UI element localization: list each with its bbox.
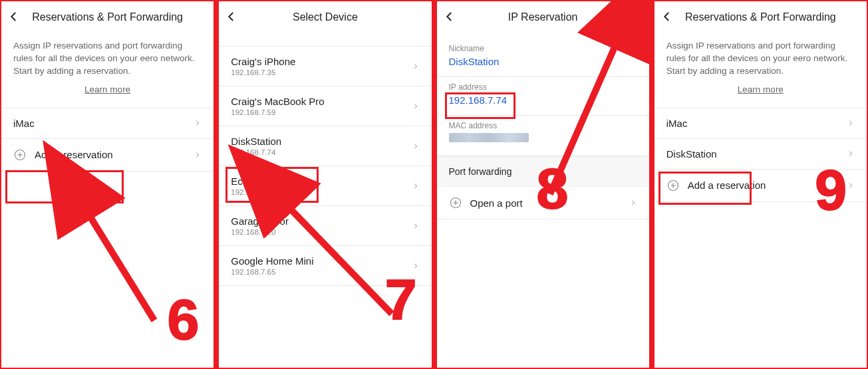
panel-step-8: IP Reservation Save Nickname DiskStation… xyxy=(437,1,649,368)
back-button[interactable] xyxy=(8,11,23,25)
plus-circle-icon xyxy=(449,196,462,209)
row-label: iMac xyxy=(666,118,847,129)
plus-circle-icon xyxy=(666,179,680,192)
chevron-right-icon xyxy=(847,182,855,189)
page-title: Reservations & Port Forwarding xyxy=(662,11,859,23)
field-value-redacted xyxy=(449,133,529,142)
device-row[interactable]: Craig's MacBook Pro 192.168.7.59 xyxy=(219,86,431,126)
row-sub: 192.168.7.59 xyxy=(231,108,411,116)
open-port-row[interactable]: Open a port xyxy=(437,187,649,219)
field-value: DiskStation xyxy=(449,56,637,67)
learn-more-link[interactable]: Learn more xyxy=(654,84,867,94)
chevron-right-icon xyxy=(412,182,420,190)
field-label: IP address xyxy=(449,82,637,92)
device-row-imac[interactable]: iMac xyxy=(654,108,867,139)
page-title: Select Device xyxy=(227,11,423,23)
chevron-right-icon xyxy=(847,150,855,158)
chevron-right-icon xyxy=(847,119,855,127)
chevron-right-icon xyxy=(629,199,637,207)
device-row[interactable]: Ecobee3 192.168.7.34 xyxy=(219,166,431,206)
list-top-spacer xyxy=(219,33,431,47)
page-title: IP Reservation xyxy=(445,11,641,23)
row-label: iMac xyxy=(13,118,194,129)
field-value: 192.168.7.74 xyxy=(449,94,637,106)
row-sub: 192.168.7.74 xyxy=(231,148,411,156)
header: Reservations & Port Forwarding xyxy=(654,1,867,33)
chevron-left-icon xyxy=(444,11,456,23)
chevron-right-icon xyxy=(412,62,420,70)
back-button[interactable] xyxy=(444,11,458,25)
row-label: Open a port xyxy=(470,197,629,209)
helper-text: Assign IP reservations and port forwardi… xyxy=(654,33,867,82)
learn-more-link[interactable]: Learn more xyxy=(1,84,214,94)
helper-text: Assign IP reservations and port forwardi… xyxy=(1,33,214,82)
device-row[interactable]: Garage Door 192.168.7.20 xyxy=(219,206,431,246)
page-title: Reservations & Port Forwarding xyxy=(9,11,206,23)
row-label: Google Home Mini xyxy=(231,255,411,267)
chevron-left-icon xyxy=(225,11,237,23)
panel-step-7: Select Device Craig's iPhone 192.168.7.3… xyxy=(219,1,431,368)
row-label: DiskStation xyxy=(231,136,411,147)
chevron-right-icon xyxy=(194,151,202,159)
chevron-left-icon xyxy=(661,11,673,23)
row-sub: 192.168.7.65 xyxy=(231,268,411,276)
panel-step-9: Reservations & Port Forwarding Assign IP… xyxy=(654,1,867,368)
chevron-left-icon xyxy=(8,11,20,23)
port-forwarding-header: Port forwarding xyxy=(437,156,649,187)
ip-address-field[interactable]: IP address 192.168.7.74 xyxy=(437,77,649,116)
row-label: Add a reservation xyxy=(35,149,194,160)
mac-address-field: MAC address xyxy=(437,116,649,156)
annotation-arrow xyxy=(61,194,181,336)
chevron-right-icon xyxy=(412,222,420,230)
nickname-field[interactable]: Nickname DiskStation xyxy=(437,39,649,77)
device-row[interactable]: Google Home Mini 192.168.7.65 xyxy=(219,246,431,286)
device-row-diskstation[interactable]: DiskStation 192.168.7.74 xyxy=(219,126,431,166)
device-row-diskstation[interactable]: DiskStation xyxy=(654,139,867,170)
back-button[interactable] xyxy=(225,11,240,25)
row-label: DiskStation xyxy=(666,148,847,160)
panel-step-6: Reservations & Port Forwarding Assign IP… xyxy=(1,1,214,368)
save-button[interactable]: Save xyxy=(615,9,643,23)
header: Select Device xyxy=(219,1,431,33)
field-label: MAC address xyxy=(449,121,637,130)
row-label: Add a reservation xyxy=(688,180,847,191)
row-label: Craig's iPhone xyxy=(231,56,411,67)
add-reservation-row[interactable]: Add a reservation xyxy=(654,170,867,202)
device-row-imac[interactable]: iMac xyxy=(1,108,214,139)
row-sub: 192.168.7.20 xyxy=(231,228,411,236)
row-label: Craig's MacBook Pro xyxy=(231,96,411,107)
back-button[interactable] xyxy=(661,11,676,25)
add-reservation-row[interactable]: Add a reservation xyxy=(1,139,214,172)
chevron-right-icon xyxy=(194,119,202,127)
chevron-right-icon xyxy=(412,262,420,270)
plus-circle-icon xyxy=(13,148,27,162)
chevron-right-icon xyxy=(412,102,420,110)
row-sub: 192.168.7.35 xyxy=(231,68,411,76)
row-label: Garage Door xyxy=(231,215,411,227)
header: IP Reservation Save xyxy=(437,1,649,33)
chevron-right-icon xyxy=(412,142,420,150)
row-sub: 192.168.7.34 xyxy=(231,188,411,196)
annotation-step-number: 6 xyxy=(167,291,199,348)
header: Reservations & Port Forwarding xyxy=(1,1,214,33)
svg-line-3 xyxy=(81,202,154,320)
annotation-highlight-box xyxy=(5,170,124,203)
device-row[interactable]: Craig's iPhone 192.168.7.35 xyxy=(219,47,431,86)
row-label: Ecobee3 xyxy=(231,176,411,187)
field-label: Nickname xyxy=(449,44,637,53)
